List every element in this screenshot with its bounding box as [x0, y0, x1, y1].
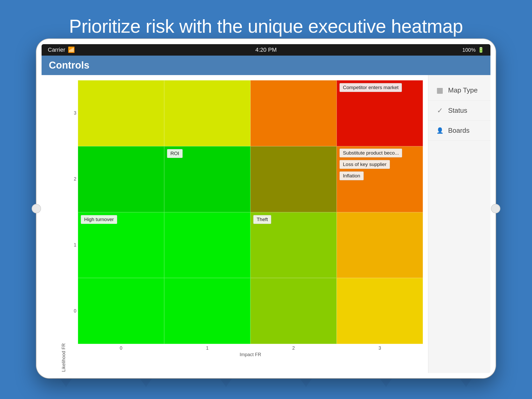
battery-label: 100% — [462, 47, 476, 53]
chart-container: Likelihood FR 0 1 2 3 — [57, 80, 423, 357]
sidebar-item-status[interactable]: ✓ Status — [428, 101, 490, 121]
risk-inflation[interactable]: Inflation — [340, 171, 364, 180]
y-tick-0: 0 — [70, 308, 76, 314]
cell-r4-c1[interactable] — [78, 80, 164, 146]
cell-r2-c4[interactable] — [337, 212, 423, 278]
ipad-screen: Carrier 📶 4:20 PM 100% 🔋 Controls Likeli… — [42, 44, 490, 373]
chart-area: Likelihood FR 0 1 2 3 — [42, 75, 428, 373]
map-type-icon: ▦ — [436, 86, 444, 95]
risk-roi[interactable]: ROI — [167, 149, 183, 158]
x-axis-label: Impact FR — [78, 352, 423, 357]
risk-loss-supplier[interactable]: Loss of key supplier — [340, 160, 390, 169]
sidebar-label-boards: Boards — [448, 127, 469, 135]
app-header: Controls — [42, 56, 490, 75]
status-icon: ✓ — [436, 106, 444, 115]
y-axis-label: Likelihood FR — [61, 343, 66, 372]
cell-r3-c2[interactable]: ROI — [164, 146, 250, 212]
carrier-label: Carrier — [48, 46, 65, 53]
header-title: Controls — [49, 60, 89, 71]
sidebar: ▦ Map Type ✓ Status 👤 Boards — [428, 75, 490, 373]
sidebar-item-boards[interactable]: 👤 Boards — [428, 121, 490, 141]
cell-r1-c1[interactable] — [78, 278, 164, 344]
heatmap-grid[interactable]: Competitor enters market ROI — [78, 80, 423, 344]
cell-r4-c3[interactable] — [250, 80, 337, 146]
x-tick-2: 2 — [292, 345, 295, 351]
status-bar-left: Carrier 📶 — [48, 46, 75, 53]
status-bar-time: 4:20 PM — [255, 46, 277, 53]
wifi-icon: 📶 — [68, 46, 75, 53]
cell-r1-c2[interactable] — [164, 278, 250, 344]
sidebar-label-status: Status — [448, 107, 467, 115]
y-tick-2: 2 — [70, 176, 76, 182]
home-button-right[interactable] — [491, 204, 500, 213]
status-bar: Carrier 📶 4:20 PM 100% 🔋 — [42, 44, 490, 56]
risk-competitor[interactable]: Competitor enters market — [340, 83, 402, 92]
x-tick-0: 0 — [120, 345, 122, 351]
cell-r2-c2[interactable] — [164, 212, 250, 278]
y-tick-1: 1 — [70, 242, 76, 248]
y-tick-3: 3 — [70, 110, 76, 116]
x-axis-ticks: 0 1 2 3 — [78, 344, 423, 351]
cell-r2-c3[interactable]: Theft — [250, 212, 337, 278]
sidebar-label-map-type: Map Type — [448, 86, 478, 94]
cell-r1-c3[interactable] — [250, 278, 337, 344]
cell-r4-c4[interactable]: Competitor enters market — [337, 80, 423, 146]
cell-r2-c1[interactable]: High turnover — [78, 212, 164, 278]
ipad-frame: Carrier 📶 4:20 PM 100% 🔋 Controls Likeli… — [36, 39, 496, 378]
home-button-left — [32, 204, 41, 213]
cell-r3-c1[interactable] — [78, 146, 164, 212]
x-tick-3: 3 — [378, 345, 381, 351]
cell-r3-c4[interactable]: Substitute product beco... Loss of key s… — [337, 146, 423, 212]
risk-turnover[interactable]: High turnover — [81, 215, 117, 224]
y-axis-ticks: 0 1 2 3 — [70, 80, 78, 344]
risk-substitute[interactable]: Substitute product beco... — [340, 149, 402, 157]
cell-r4-c2[interactable] — [164, 80, 250, 146]
sidebar-item-map-type[interactable]: ▦ Map Type — [428, 80, 490, 101]
x-tick-1: 1 — [206, 345, 209, 351]
cell-r3-c3[interactable] — [250, 146, 337, 212]
status-bar-right: 100% 🔋 — [462, 47, 484, 53]
boards-icon: 👤 — [436, 127, 444, 134]
cell-r1-c4[interactable] — [337, 278, 423, 344]
battery-icon: 🔋 — [478, 47, 484, 53]
risk-theft[interactable]: Theft — [253, 215, 271, 224]
main-content: Likelihood FR 0 1 2 3 — [42, 75, 490, 373]
heatmap-grid-wrapper: Competitor enters market ROI — [78, 80, 423, 344]
